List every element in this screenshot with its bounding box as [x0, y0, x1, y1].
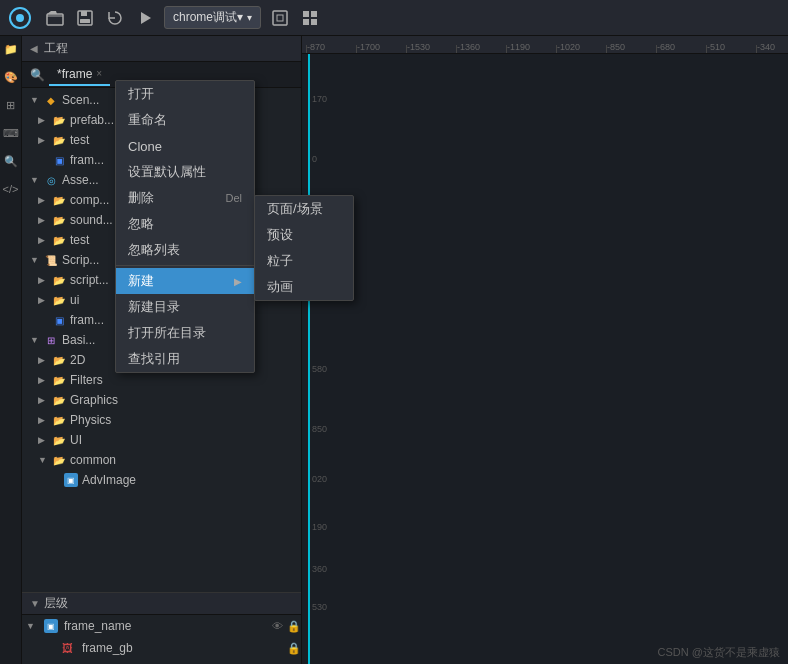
tree-label-prefab: prefab...: [70, 113, 114, 127]
side-search-icon[interactable]: 🔍: [2, 152, 20, 170]
menu-item-clone[interactable]: Clone: [116, 133, 254, 159]
menu-item-ignore-list[interactable]: 忽略列表: [116, 237, 254, 263]
tree-item-filters[interactable]: ▶ 📂 Filters: [22, 370, 301, 390]
folder-script: 📂: [52, 273, 66, 287]
tree-label-graphics: Graphics: [70, 393, 118, 407]
main-layout: 📁 🎨 ⊞ ⌨ 🔍 </> ◀ 工程 🔍 *frame × ▼ ◆: [0, 36, 788, 664]
folder-physics: 📂: [52, 413, 66, 427]
grid-icon[interactable]: [299, 7, 321, 29]
save-icon[interactable]: [74, 7, 96, 29]
menu-item-open[interactable]: 打开: [116, 81, 254, 107]
eye-icon[interactable]: 👁: [272, 620, 283, 632]
folder-icon-test: 📂: [52, 133, 66, 147]
side-asset-icon[interactable]: 🎨: [2, 68, 20, 86]
hierarchy-frame-name[interactable]: ▼ ▣ frame_name 👁 🔒: [22, 615, 301, 637]
tree-item-graphics[interactable]: ▶ 📂 Graphics: [22, 390, 301, 410]
menu-item-new[interactable]: 新建 ▶: [116, 268, 254, 294]
menu-item-find-ref[interactable]: 查找引用: [116, 346, 254, 372]
side-code-icon[interactable]: </>: [2, 180, 20, 198]
tree-label-ui: ui: [70, 293, 79, 307]
menu-item-delete[interactable]: 删除 Del: [116, 185, 254, 211]
debug-dropdown[interactable]: chrome调试▾: [164, 6, 261, 29]
v-ruler-mark: 360: [312, 564, 327, 574]
open-folder-icon[interactable]: [44, 7, 66, 29]
panel-header: ◀ 工程: [22, 36, 301, 62]
hierarchy-title: 层级: [44, 595, 68, 612]
ruler-mark: -1700: [356, 45, 406, 53]
panel-title: 工程: [44, 40, 68, 57]
folder-icon: 📂: [52, 113, 66, 127]
ruler-marks: -870 -1700 -1530 -1360 -1190 -1020 -850 …: [302, 36, 788, 53]
search-icon: 🔍: [30, 68, 45, 82]
tree-arrow-scene: ▼: [30, 95, 42, 105]
folder-graphics: 📂: [52, 393, 66, 407]
scene-icon: ◆: [44, 93, 58, 107]
v-ruler-mark: 580: [312, 364, 327, 374]
svg-rect-4: [81, 11, 87, 16]
submenu-item-particle[interactable]: 粒子: [255, 248, 353, 274]
tree-label-filters: Filters: [70, 373, 103, 387]
play-icon[interactable]: [134, 7, 156, 29]
tree-label-comp: comp...: [70, 193, 109, 207]
refresh-icon[interactable]: [104, 7, 126, 29]
hierarchy-header: ▼ 层级: [22, 593, 301, 615]
side-component-icon[interactable]: ⊞: [2, 96, 20, 114]
svg-point-1: [16, 14, 24, 22]
svg-rect-11: [303, 19, 309, 25]
v-ruler-mark: 020: [312, 474, 327, 484]
menu-item-rename[interactable]: 重命名: [116, 107, 254, 133]
v-ruler-mark: 850: [312, 424, 327, 434]
frame-gb-label: frame_gb: [82, 641, 133, 655]
tree-label-ui2: UI: [70, 433, 82, 447]
tree-label-physics: Physics: [70, 413, 111, 427]
basic-icon: ⊞: [44, 333, 58, 347]
svg-rect-12: [311, 19, 317, 25]
hierarchy-arrow-frame: ▼: [26, 621, 40, 631]
canvas-viewport[interactable]: 170 0 70 580 850 020 190 360 530: [302, 54, 788, 664]
side-project-icon[interactable]: 📁: [2, 40, 20, 58]
tree-item-physics[interactable]: ▶ 📂 Physics: [22, 410, 301, 430]
submenu-item-page-scene[interactable]: 页面/场景: [255, 196, 353, 222]
hierarchy-collapse[interactable]: ▼: [30, 598, 40, 609]
frame-name-label: frame_name: [64, 619, 131, 633]
tree-label-scene: Scen...: [62, 93, 99, 107]
tree-arrow-test: ▶: [38, 135, 50, 145]
frame-node-icon: ▣: [44, 619, 58, 633]
tree-item-common[interactable]: ▼ 📂 common: [22, 450, 301, 470]
menu-item-set-default[interactable]: 设置默认属性: [116, 159, 254, 185]
tree-label-asset: Asse...: [62, 173, 99, 187]
canvas-area: -870 -1700 -1530 -1360 -1190 -1020 -850 …: [302, 36, 788, 664]
submenu-arrow: ▶: [234, 276, 242, 287]
lock-icon-gb[interactable]: 🔒: [287, 642, 301, 655]
frame-gb-icon: 🖼: [60, 641, 74, 655]
tree-label-test: test: [70, 133, 89, 147]
tree-item-advimage[interactable]: ▣ AdvImage: [22, 470, 301, 490]
advimage-icon: ▣: [64, 473, 78, 487]
tab-close-icon[interactable]: ×: [96, 68, 102, 79]
ruler-mark: -340: [756, 45, 788, 53]
tree-label-sound: sound...: [70, 213, 113, 227]
side-console-icon[interactable]: ⌨: [2, 124, 20, 142]
tab-frame[interactable]: *frame ×: [49, 64, 110, 86]
toolbar: chrome调试▾: [0, 0, 788, 36]
watermark: CSDN @这货不是乘虚猿: [658, 645, 780, 660]
lock-icon[interactable]: 🔒: [287, 620, 301, 633]
hierarchy-frame-gb[interactable]: 🖼 frame_gb 🔒: [22, 637, 301, 659]
submenu-item-preset[interactable]: 预设: [255, 222, 353, 248]
context-submenu: 页面/场景 预设 粒子 动画: [254, 195, 354, 301]
tree-label-advimage: AdvImage: [82, 473, 136, 487]
menu-item-new-dir[interactable]: 新建目录: [116, 294, 254, 320]
panel-collapse-btn[interactable]: ◀: [30, 43, 38, 54]
folder-common: 📂: [52, 453, 66, 467]
frame-icon[interactable]: [269, 7, 291, 29]
tree-label-frame: fram...: [70, 153, 104, 167]
submenu-item-animation[interactable]: 动画: [255, 274, 353, 300]
menu-item-open-dir[interactable]: 打开所在目录: [116, 320, 254, 346]
ruler-mark: -1190: [506, 45, 556, 53]
v-ruler-mark: 0: [312, 154, 317, 164]
v-ruler-mark: 170: [312, 94, 327, 104]
menu-item-ignore[interactable]: 忽略: [116, 211, 254, 237]
ruler-mark: -1530: [406, 45, 456, 53]
tree-item-ui2[interactable]: ▶ 📂 UI: [22, 430, 301, 450]
v-ruler-mark: 190: [312, 522, 327, 532]
